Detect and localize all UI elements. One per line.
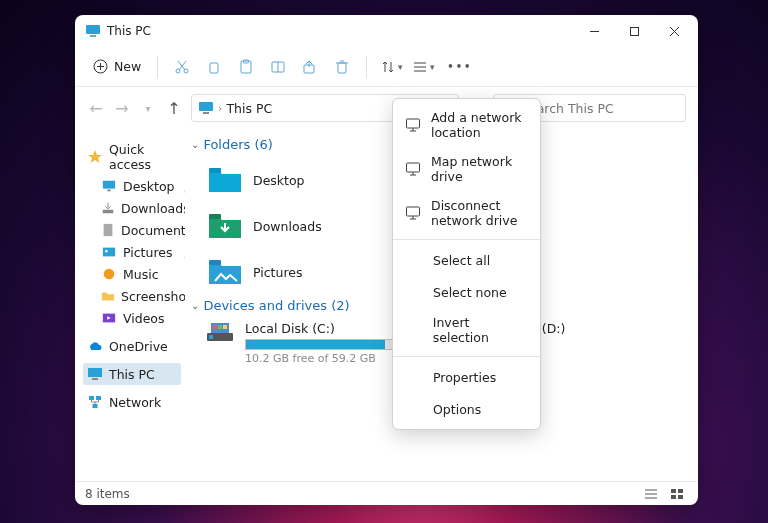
- cut-button[interactable]: [166, 51, 198, 83]
- close-button[interactable]: [654, 17, 694, 45]
- chevron-down-icon: ⌄: [191, 139, 199, 150]
- svg-rect-34: [103, 248, 115, 257]
- monitor-network-icon: [405, 160, 421, 178]
- sidebar-item-music[interactable]: Music: [83, 263, 181, 285]
- nav-row: ← → ▾ ↑ › This PC: [75, 87, 698, 129]
- svg-rect-31: [107, 190, 111, 192]
- svg-rect-63: [678, 495, 683, 499]
- network-icon: [87, 394, 103, 410]
- quick-access-label: Quick access: [109, 142, 177, 172]
- sidebar-item-pictures[interactable]: Pictures📌: [83, 241, 181, 263]
- forward-button[interactable]: →: [113, 95, 131, 121]
- svg-rect-52: [223, 325, 227, 329]
- menu-map-network-drive[interactable]: Map network drive: [393, 147, 540, 191]
- svg-rect-48: [209, 335, 213, 339]
- new-button[interactable]: New: [85, 55, 149, 78]
- svg-rect-67: [407, 163, 420, 172]
- sidebar-item-downloads[interactable]: Downloads📌: [83, 197, 181, 219]
- maximize-button[interactable]: [614, 17, 654, 45]
- folder-icon: [101, 288, 115, 304]
- search-input[interactable]: [521, 101, 677, 116]
- desktop-icon: [101, 178, 117, 194]
- recent-dropdown[interactable]: ▾: [139, 95, 157, 121]
- drive-local-disk-c[interactable]: Local Disk (C:) 10.2 GB free of 59.2 GB: [205, 321, 415, 365]
- toolbar: New ▾ ▾ •••: [75, 47, 698, 87]
- sidebar-item-documents[interactable]: Documents📌: [83, 219, 181, 241]
- menu-add-network-location[interactable]: Add a network location: [393, 103, 540, 147]
- svg-rect-13: [210, 63, 218, 73]
- explorer-window: This PC New ▾ ▾ ••• ← → ▾ ↑ › This PC: [75, 15, 698, 505]
- downloads-icon: [101, 200, 115, 216]
- chevron-right-icon: ›: [218, 102, 222, 115]
- svg-rect-39: [88, 368, 102, 377]
- share-button[interactable]: [294, 51, 326, 83]
- chevron-down-icon: ⌄: [191, 300, 199, 311]
- up-button[interactable]: ↑: [165, 95, 183, 121]
- menu-properties[interactable]: Properties: [393, 361, 540, 393]
- quick-access[interactable]: Quick access: [83, 139, 181, 175]
- this-pc-icon: [87, 366, 103, 382]
- paste-button[interactable]: [230, 51, 262, 83]
- statusbar: 8 items: [75, 481, 698, 505]
- monitor-plus-icon: [405, 116, 421, 134]
- menu-invert-selection[interactable]: Invert selection: [393, 308, 540, 352]
- menu-disconnect-network-drive[interactable]: Disconnect network drive: [393, 191, 540, 235]
- copy-button[interactable]: [198, 51, 230, 83]
- svg-rect-19: [338, 63, 346, 73]
- svg-rect-25: [199, 102, 213, 111]
- menu-options[interactable]: Options: [393, 393, 540, 425]
- menu-select-all[interactable]: Select all: [393, 244, 540, 276]
- view-button[interactable]: ▾: [407, 51, 439, 83]
- pictures-icon: [101, 244, 117, 260]
- svg-rect-60: [671, 489, 676, 493]
- minimize-button[interactable]: [574, 17, 614, 45]
- svg-rect-30: [103, 181, 115, 189]
- sidebar-item-this-pc[interactable]: This PC: [83, 363, 181, 385]
- svg-rect-45: [209, 214, 221, 219]
- svg-point-36: [104, 269, 115, 280]
- svg-rect-41: [89, 396, 94, 400]
- plus-circle-icon: [93, 59, 108, 74]
- svg-rect-42: [96, 396, 101, 400]
- svg-rect-51: [218, 325, 222, 329]
- overflow-menu: Add a network location Map network drive…: [392, 98, 541, 430]
- sort-button[interactable]: ▾: [375, 51, 407, 83]
- body: Quick access Desktop📌 Downloads📌 Documen…: [75, 129, 698, 481]
- svg-rect-64: [407, 119, 420, 128]
- svg-rect-32: [103, 210, 114, 214]
- new-label: New: [114, 59, 141, 74]
- svg-rect-0: [86, 25, 100, 34]
- videos-icon: [101, 310, 117, 326]
- svg-rect-26: [203, 112, 209, 114]
- svg-point-35: [105, 250, 108, 253]
- rename-button[interactable]: [262, 51, 294, 83]
- more-button[interactable]: •••: [439, 61, 480, 72]
- svg-line-12: [178, 61, 185, 70]
- icons-view-button[interactable]: [666, 485, 688, 503]
- this-pc-icon: [198, 100, 214, 116]
- titlebar: This PC: [75, 15, 698, 47]
- svg-rect-50: [213, 325, 217, 329]
- svg-rect-33: [104, 224, 113, 236]
- menu-select-none[interactable]: Select none: [393, 276, 540, 308]
- sidebar-item-screenshots[interactable]: Screenshots: [83, 285, 181, 307]
- svg-rect-43: [93, 404, 98, 408]
- sidebar-item-videos[interactable]: Videos: [83, 307, 181, 329]
- downloads-folder-icon: [207, 211, 243, 241]
- drives-section-label: Devices and drives (2): [203, 298, 349, 313]
- svg-rect-46: [209, 260, 221, 265]
- window-title: This PC: [107, 24, 574, 38]
- svg-rect-62: [671, 495, 676, 499]
- delete-button[interactable]: [326, 51, 358, 83]
- svg-rect-40: [92, 378, 98, 380]
- hdd-icon: [205, 321, 235, 345]
- details-view-button[interactable]: [640, 485, 662, 503]
- item-count: 8 items: [85, 487, 130, 501]
- sidebar-item-network[interactable]: Network: [83, 391, 181, 413]
- sidebar-item-onedrive[interactable]: OneDrive: [83, 335, 181, 357]
- svg-rect-61: [678, 489, 683, 493]
- sidebar-item-desktop[interactable]: Desktop📌: [83, 175, 181, 197]
- back-button[interactable]: ←: [87, 95, 105, 121]
- music-icon: [101, 266, 117, 282]
- documents-icon: [101, 222, 115, 238]
